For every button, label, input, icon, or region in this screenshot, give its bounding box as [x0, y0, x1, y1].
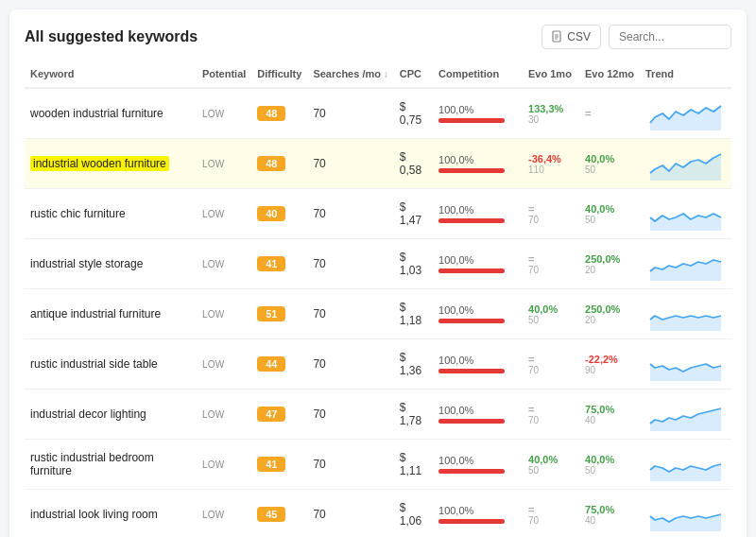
difficulty-badge: 48 — [257, 156, 285, 171]
difficulty-cell: 48 — [251, 139, 307, 189]
evo12mo-value: 40,0% — [585, 454, 634, 465]
evo12mo-sub: 50 — [585, 165, 634, 175]
difficulty-badge: 41 — [257, 457, 285, 472]
table-row: rustic industrial side tableLOW4470$ 1,3… — [25, 339, 731, 390]
trend-sparkline — [645, 297, 726, 331]
trend-cell — [640, 289, 731, 339]
evo12mo-sub: 50 — [585, 215, 634, 225]
search-input[interactable] — [609, 25, 731, 49]
competition-value: 100,0% — [438, 405, 517, 416]
difficulty-badge: 41 — [257, 256, 285, 271]
page-header: All suggested keywords CSV — [25, 25, 731, 49]
keywords-table: Keyword Potential Difficulty Searches /m… — [25, 62, 731, 537]
evo1mo-cell: = 70 — [523, 239, 579, 289]
difficulty-cell: 40 — [251, 189, 307, 239]
table-body: wooden industrial furnitureLOW4870$ 0,75… — [25, 88, 731, 537]
cpc-cell: $ 1,47 — [394, 189, 433, 239]
potential-cell: LOW — [197, 88, 251, 139]
evo12mo-cell: 250,0% 20 — [579, 289, 640, 339]
competition-value: 100,0% — [438, 104, 517, 115]
keyword-cell: industrial wooden furniture — [25, 139, 197, 189]
evo12mo-sub: 50 — [585, 465, 634, 476]
col-searches[interactable]: Searches /mo — [307, 62, 393, 88]
difficulty-cell: 41 — [251, 440, 307, 490]
csv-button[interactable]: CSV — [541, 25, 601, 49]
keyword-cell: antique industrial furniture — [25, 289, 197, 339]
potential-cell: LOW — [197, 139, 251, 189]
table-row: industrial look living roomLOW4570$ 1,06… — [25, 490, 731, 538]
competition-bar-fill — [438, 469, 505, 474]
competition-bar-fill — [438, 519, 505, 524]
csv-label: CSV — [567, 30, 591, 43]
cpc-cell: $ 0,75 — [394, 88, 433, 139]
searches-cell: 70 — [307, 390, 393, 440]
evo12mo-cell: -22,2% 90 — [579, 339, 640, 390]
keyword-highlight: industrial wooden furniture — [30, 156, 169, 171]
difficulty-cell: 51 — [251, 289, 307, 339]
table-row: wooden industrial furnitureLOW4870$ 0,75… — [25, 88, 731, 139]
competition-cell: 100,0% — [433, 189, 523, 239]
trend-sparkline — [645, 497, 726, 531]
competition-bar-bg — [438, 268, 505, 273]
competition-bar-bg — [438, 218, 505, 223]
evo1mo-value: = — [528, 354, 574, 365]
trend-sparkline — [645, 197, 726, 231]
col-difficulty: Difficulty — [251, 62, 307, 88]
evo1mo-sub: 50 — [528, 315, 574, 325]
trend-cell — [640, 189, 731, 239]
potential-cell: LOW — [197, 390, 251, 440]
trend-sparkline — [645, 447, 726, 481]
evo1mo-sub: 70 — [528, 515, 574, 526]
evo1mo-value: 40,0% — [528, 303, 574, 315]
competition-cell: 100,0% — [433, 490, 523, 538]
competition-bar-fill — [438, 168, 505, 173]
competition-value: 100,0% — [438, 304, 517, 316]
page-title: All suggested keywords — [25, 28, 198, 45]
trend-cell — [640, 88, 731, 139]
evo1mo-value: 133,3% — [528, 103, 574, 114]
evo12mo-value: 75,0% — [585, 504, 634, 515]
evo1mo-cell: = 70 — [523, 189, 579, 239]
table-row: rustic chic furnitureLOW4070$ 1,47 100,0… — [25, 189, 731, 239]
competition-bar-fill — [438, 319, 505, 323]
trend-cell — [640, 139, 731, 189]
evo12mo-cell: = — [579, 88, 640, 139]
potential-cell: LOW — [197, 289, 251, 339]
competition-value: 100,0% — [438, 505, 517, 516]
evo1mo-value: = — [528, 504, 574, 515]
evo1mo-value: -36,4% — [528, 153, 574, 165]
competition-bar-bg — [438, 168, 505, 173]
trend-sparkline — [645, 397, 726, 431]
evo12mo-value: -22,2% — [585, 354, 634, 365]
evo1mo-cell: 40,0% 50 — [523, 440, 579, 490]
evo1mo-cell: = 70 — [523, 339, 579, 390]
keyword-cell: rustic industrial side table — [25, 339, 197, 390]
col-competition: Competition — [433, 62, 523, 88]
evo12mo-cell: 75,0% 40 — [579, 490, 640, 538]
evo12mo-value: 40,0% — [585, 153, 634, 165]
cpc-cell: $ 0,58 — [394, 139, 433, 189]
header-actions: CSV — [541, 25, 731, 49]
evo1mo-cell: -36,4% 110 — [523, 139, 579, 189]
keyword-cell: industrial look living room — [25, 490, 197, 538]
evo12mo-cell: 40,0% 50 — [579, 139, 640, 189]
evo1mo-value: 40,0% — [528, 454, 574, 465]
evo12mo-cell: 250,0% 20 — [579, 239, 640, 289]
evo12mo-value: 75,0% — [585, 404, 634, 415]
searches-cell: 70 — [307, 88, 393, 139]
searches-cell: 70 — [307, 490, 393, 538]
col-trend: Trend — [640, 62, 731, 88]
searches-cell: 70 — [307, 139, 393, 189]
evo12mo-value: 40,0% — [585, 203, 634, 215]
cpc-cell: $ 1,36 — [394, 339, 433, 390]
competition-cell: 100,0% — [433, 289, 523, 339]
table-row: rustic industrial bedroom furnitureLOW41… — [25, 440, 731, 490]
difficulty-badge: 51 — [257, 306, 285, 321]
potential-cell: LOW — [197, 239, 251, 289]
evo1mo-sub: 110 — [528, 165, 574, 175]
col-evo12mo: Evo 12mo — [579, 62, 640, 88]
evo1mo-cell: 133,3% 30 — [523, 88, 579, 139]
potential-cell: LOW — [197, 440, 251, 490]
competition-cell: 100,0% — [433, 339, 523, 390]
evo12mo-sub: 40 — [585, 415, 634, 425]
